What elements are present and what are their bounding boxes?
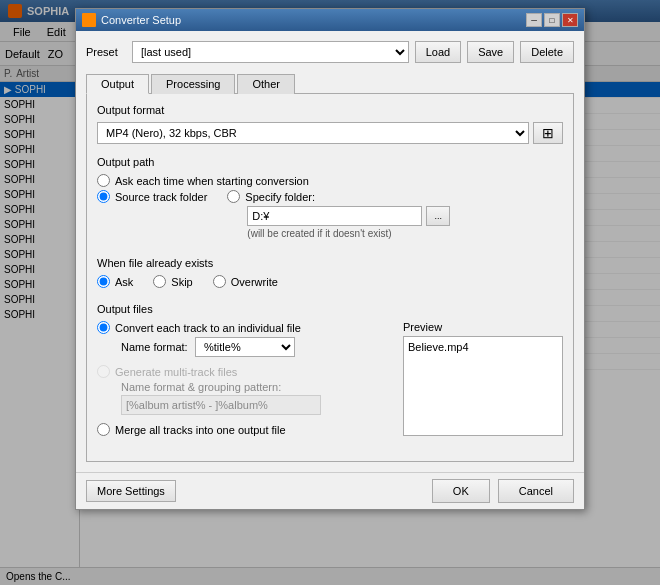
load-button[interactable]: Load: [415, 41, 461, 63]
radio-skip: Skip: [153, 275, 192, 288]
dialog-icon: [82, 13, 96, 27]
preview-panel: Preview Believe.mp4: [403, 321, 563, 439]
minimize-button[interactable]: ─: [526, 13, 542, 27]
radio-skip-label: Skip: [171, 276, 192, 288]
radio-individual-input[interactable]: [97, 321, 110, 334]
radio-overwrite-label: Overwrite: [231, 276, 278, 288]
grouping-row: Name format & grouping pattern:: [121, 381, 395, 415]
output-path-section: Output path Ask each time when starting …: [97, 156, 563, 245]
tab-processing[interactable]: Processing: [151, 74, 235, 94]
preview-box: Believe.mp4: [403, 336, 563, 436]
file-exists-radios: Ask Skip Overwrite: [97, 275, 563, 291]
tab-output[interactable]: Output: [86, 74, 149, 94]
specify-folder-right: Specify folder: ... (will be created if …: [227, 190, 563, 245]
preset-select[interactable]: [last used]: [132, 41, 409, 63]
file-exists-label: When file already exists: [97, 257, 563, 269]
radio-specify-input[interactable]: [227, 190, 240, 203]
radio-merge: Merge all tracks into one output file: [97, 423, 395, 436]
close-button[interactable]: ✕: [562, 13, 578, 27]
format-detail-button[interactable]: ⊞: [533, 122, 563, 144]
radio-source-input[interactable]: [97, 190, 110, 203]
radio-specify-label: Specify folder:: [245, 191, 315, 203]
output-files-row: Convert each track to an individual file…: [97, 321, 563, 439]
name-format-label: Name format:: [121, 341, 191, 353]
radio-ask-conversion-label: Ask each time when starting conversion: [115, 175, 309, 187]
more-settings-button[interactable]: More Settings: [86, 480, 176, 502]
dialog-title: Converter Setup: [101, 14, 181, 26]
name-format-select[interactable]: %title%: [195, 337, 295, 357]
ok-button[interactable]: OK: [432, 479, 490, 503]
folder-browse-button[interactable]: ...: [426, 206, 450, 226]
radio-source-label: Source track folder: [115, 191, 207, 203]
preview-value: Believe.mp4: [408, 341, 469, 353]
radio-overwrite: Overwrite: [213, 275, 278, 288]
folder-hint: (will be created if it doesn't exist): [247, 228, 563, 239]
radio-multi-input[interactable]: [97, 365, 110, 378]
radio-individual: Convert each track to an individual file: [97, 321, 395, 334]
output-format-section: Output format MP4 (Nero), 32 kbps, CBR ⊞: [97, 104, 563, 144]
tab-other[interactable]: Other: [237, 74, 295, 94]
footer-left: More Settings: [86, 480, 176, 502]
app-window: SOPHIA File Edit Default ZO P. Artist ▶ …: [0, 0, 660, 585]
source-folder-option: Source track folder: [97, 190, 207, 206]
specify-folder-row: Source track folder Specify folder: ...: [97, 190, 563, 245]
folder-path-row: ...: [247, 206, 563, 226]
format-select-wrapper: MP4 (Nero), 32 kbps, CBR: [97, 122, 529, 144]
dialog-body: Preset [last used] Load Save Delete Outp…: [76, 31, 584, 472]
titlebar-controls: ─ □ ✕: [526, 13, 578, 27]
output-path-label: Output path: [97, 156, 563, 168]
radio-individual-label: Convert each track to an individual file: [115, 322, 301, 334]
tabs: Output Processing Other: [86, 73, 574, 94]
converter-setup-dialog: Converter Setup ─ □ ✕ Preset [last used]…: [75, 8, 585, 510]
output-left: Convert each track to an individual file…: [97, 321, 395, 439]
maximize-button[interactable]: □: [544, 13, 560, 27]
radio-multi: Generate multi-track files: [97, 365, 395, 378]
grouping-label: Name format & grouping pattern:: [121, 381, 395, 393]
output-files-section: Output files Convert each track to an in…: [97, 303, 563, 439]
delete-button[interactable]: Delete: [520, 41, 574, 63]
output-format-label: Output format: [97, 104, 563, 116]
file-exists-section: When file already exists Ask Skip Ove: [97, 257, 563, 291]
radio-merge-label: Merge all tracks into one output file: [115, 424, 286, 436]
radio-merge-input[interactable]: [97, 423, 110, 436]
radio-ask-conversion-input[interactable]: [97, 174, 110, 187]
radio-source: Source track folder: [97, 190, 207, 203]
preset-label: Preset: [86, 46, 126, 58]
name-format-row: Name format: %title%: [121, 337, 395, 357]
radio-skip-input[interactable]: [153, 275, 166, 288]
radio-ask-exists-input[interactable]: [97, 275, 110, 288]
cancel-button[interactable]: Cancel: [498, 479, 574, 503]
radio-overwrite-input[interactable]: [213, 275, 226, 288]
dialog-titlebar: Converter Setup ─ □ ✕: [76, 9, 584, 31]
output-files-label: Output files: [97, 303, 563, 315]
tab-content-output: Output format MP4 (Nero), 32 kbps, CBR ⊞…: [86, 94, 574, 462]
radio-ask-exists-label: Ask: [115, 276, 133, 288]
format-select[interactable]: MP4 (Nero), 32 kbps, CBR: [97, 122, 529, 144]
footer-right: OK Cancel: [432, 479, 574, 503]
folder-path-input[interactable]: [247, 206, 422, 226]
radio-multi-label: Generate multi-track files: [115, 366, 237, 378]
grouping-input: [121, 395, 321, 415]
radio-ask-conversion: Ask each time when starting conversion: [97, 174, 563, 187]
radio-ask-exists: Ask: [97, 275, 133, 288]
save-button[interactable]: Save: [467, 41, 514, 63]
radio-specify: Specify folder:: [227, 190, 563, 203]
preset-row: Preset [last used] Load Save Delete: [86, 41, 574, 63]
format-row: MP4 (Nero), 32 kbps, CBR ⊞: [97, 122, 563, 144]
preview-label: Preview: [403, 321, 563, 333]
preset-select-wrapper: [last used]: [132, 41, 409, 63]
titlebar-left: Converter Setup: [82, 13, 181, 27]
dialog-footer: More Settings OK Cancel: [76, 472, 584, 509]
